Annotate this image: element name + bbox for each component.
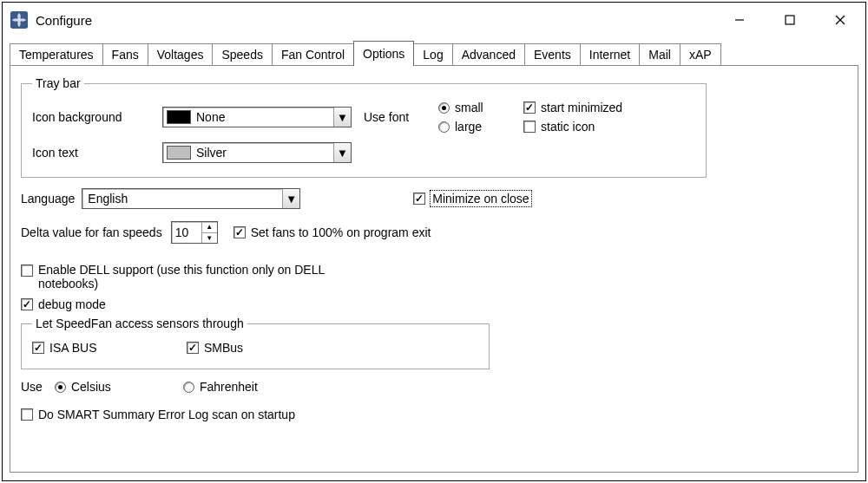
chevron-down-icon: ▼ xyxy=(333,143,351,162)
tab-speeds[interactable]: Speeds xyxy=(212,43,272,66)
icon-text-value: Silver xyxy=(196,146,333,160)
check-dell-support-label: Enable DELL support (use this function o… xyxy=(38,263,385,290)
radio-font-small-label: small xyxy=(455,101,483,114)
chevron-down-icon[interactable]: ▼ xyxy=(202,233,217,244)
chevron-up-icon[interactable]: ▲ xyxy=(202,222,217,233)
checkmark-icon: ✓ xyxy=(21,298,33,310)
titlebar: Configure xyxy=(3,3,865,37)
tab-mail[interactable]: Mail xyxy=(639,43,681,66)
radio-dot-icon xyxy=(438,121,450,133)
check-isa-bus-label: ISA BUS xyxy=(49,341,96,355)
check-start-minimized-label: start minimized xyxy=(541,101,622,114)
spinner-buttons[interactable]: ▲ ▼ xyxy=(201,222,217,243)
tab-fans[interactable]: Fans xyxy=(102,43,148,66)
window-title: Configure xyxy=(36,13,714,28)
checkbox-icon xyxy=(523,121,536,133)
icon-background-label: Icon background xyxy=(32,110,162,124)
icon-text-combo[interactable]: Silver ▼ xyxy=(162,142,352,163)
checkmark-icon: ✓ xyxy=(413,193,425,205)
tab-xap[interactable]: xAP xyxy=(680,43,721,66)
use-label: Use xyxy=(21,380,43,394)
tab-panel-options: Tray bar Icon background None ▼ Use font… xyxy=(10,65,858,473)
chevron-down-icon: ▼ xyxy=(282,189,299,208)
radio-fahrenheit[interactable]: Fahrenheit xyxy=(183,380,258,394)
group-sensors-legend: Let SpeedFan access sensors through xyxy=(32,317,247,330)
radio-fahrenheit-label: Fahrenheit xyxy=(200,380,258,394)
language-combo[interactable]: English ▼ xyxy=(82,188,300,209)
check-smbus[interactable]: ✓ SMBus xyxy=(187,341,243,355)
tab-temperatures[interactable]: Temperatures xyxy=(10,43,103,66)
check-set-fans-exit-label: Set fans to 100% on program exit xyxy=(251,225,431,239)
delta-label: Delta value for fan speeds xyxy=(21,225,162,239)
tab-internet[interactable]: Internet xyxy=(580,43,640,66)
tab-advanced[interactable]: Advanced xyxy=(452,43,525,66)
use-font-label: Use font xyxy=(364,110,438,124)
tab-bar: Temperatures Fans Voltages Speeds Fan Co… xyxy=(3,41,865,66)
tab-events[interactable]: Events xyxy=(524,43,581,66)
check-debug-mode-label: debug mode xyxy=(38,297,106,311)
maximize-button[interactable] xyxy=(765,3,815,37)
delta-value: 10 xyxy=(172,222,201,243)
svg-rect-3 xyxy=(786,16,794,24)
checkmark-icon: ✓ xyxy=(233,226,246,238)
icon-background-combo[interactable]: None ▼ xyxy=(162,107,352,127)
tab-log[interactable]: Log xyxy=(413,43,452,66)
radio-celsius[interactable]: Celsius xyxy=(55,380,168,394)
check-smart-scan-label: Do SMART Summary Error Log scan on start… xyxy=(38,408,295,421)
checkmark-icon: ✓ xyxy=(32,342,44,354)
tab-fan-control[interactable]: Fan Control xyxy=(272,43,354,66)
check-static-icon-label: static icon xyxy=(541,120,595,134)
tab-voltages[interactable]: Voltages xyxy=(148,43,214,66)
group-tray-bar: Tray bar Icon background None ▼ Use font… xyxy=(21,76,707,178)
check-minimize-on-close-label: Minimize on close xyxy=(431,191,530,206)
minimize-button[interactable] xyxy=(714,3,765,37)
checkmark-icon: ✓ xyxy=(523,101,536,114)
group-tray-bar-legend: Tray bar xyxy=(32,76,84,90)
radio-font-large[interactable]: large xyxy=(438,120,508,134)
group-sensors: Let SpeedFan access sensors through ✓ IS… xyxy=(21,317,490,369)
check-set-fans-exit[interactable]: ✓ Set fans to 100% on program exit xyxy=(233,225,431,239)
radio-dot-icon xyxy=(438,102,450,114)
check-dell-support[interactable]: Enable DELL support (use this function o… xyxy=(21,263,385,290)
check-smbus-label: SMBus xyxy=(204,341,243,355)
checkbox-icon xyxy=(21,408,33,421)
check-static-icon[interactable]: static icon xyxy=(523,120,622,134)
check-start-minimized[interactable]: ✓ start minimized xyxy=(523,101,622,114)
color-swatch-black xyxy=(167,110,191,124)
icon-text-label: Icon text xyxy=(32,146,162,160)
radio-dot-icon xyxy=(55,382,66,393)
radio-dot-icon xyxy=(183,382,194,393)
icon-background-value: None xyxy=(196,110,333,124)
check-isa-bus[interactable]: ✓ ISA BUS xyxy=(32,341,171,355)
chevron-down-icon: ▼ xyxy=(333,108,351,127)
check-debug-mode[interactable]: ✓ debug mode xyxy=(21,297,106,311)
check-smart-scan[interactable]: Do SMART Summary Error Log scan on start… xyxy=(21,408,295,421)
radio-font-large-label: large xyxy=(455,120,482,134)
radio-font-small[interactable]: small xyxy=(438,101,508,114)
window: Configure Temperatures Fans Voltages Spe… xyxy=(2,2,866,481)
language-value: English xyxy=(82,192,282,206)
fan-icon xyxy=(10,10,29,29)
checkbox-icon xyxy=(21,264,33,277)
close-button[interactable] xyxy=(815,3,865,37)
check-minimize-on-close[interactable]: ✓ Minimize on close xyxy=(413,191,530,206)
radio-celsius-label: Celsius xyxy=(71,380,111,394)
color-swatch-silver xyxy=(167,146,191,160)
checkmark-icon: ✓ xyxy=(187,342,199,354)
delta-spinner[interactable]: 10 ▲ ▼ xyxy=(171,221,218,244)
language-label: Language xyxy=(21,192,75,206)
window-controls xyxy=(714,3,865,37)
tab-options[interactable]: Options xyxy=(353,41,414,66)
